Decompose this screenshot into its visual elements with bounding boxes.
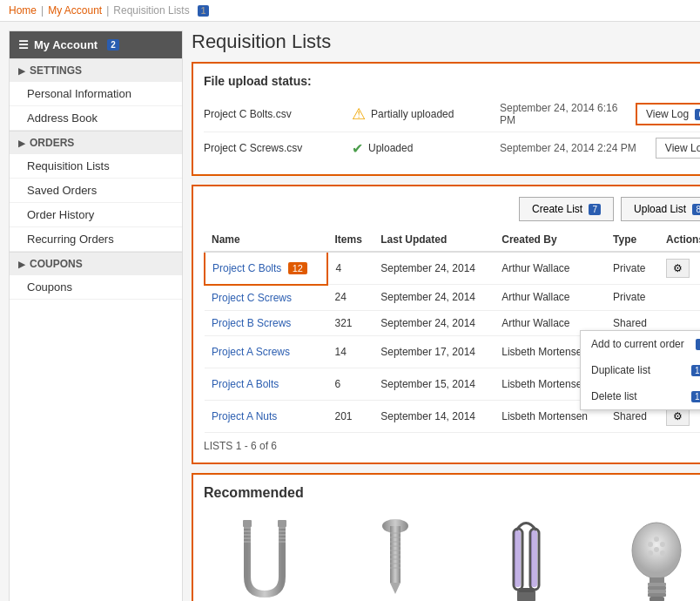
col-updated: Last Updated bbox=[374, 228, 495, 252]
product-image-tapbolt bbox=[352, 511, 439, 602]
dropdown-num-1: 9 bbox=[696, 339, 700, 350]
settings-section[interactable]: ▶ SETTINGS bbox=[10, 58, 182, 82]
dropdown-item-label-1: Add to current order bbox=[591, 338, 684, 350]
svg-marker-23 bbox=[390, 583, 400, 594]
list-updated: September 17, 2014 bbox=[374, 335, 495, 368]
dropdown-item-add-to-order[interactable]: Add to current order 9 bbox=[581, 331, 700, 357]
list-name-link-4[interactable]: Project A Screws bbox=[212, 346, 290, 358]
breadcrumb-home[interactable]: Home bbox=[9, 4, 37, 17]
orders-arrow: ▶ bbox=[18, 138, 25, 148]
breadcrumb-num: 1 bbox=[198, 5, 210, 17]
svg-rect-42 bbox=[650, 597, 664, 602]
sidebar-header: ☰ My Account 2 bbox=[10, 31, 182, 58]
svg-rect-29 bbox=[531, 530, 537, 587]
list-name-cell: Project C Bolts 12 bbox=[205, 252, 327, 285]
list-items: 6 bbox=[327, 368, 374, 400]
svg-rect-38 bbox=[648, 583, 666, 586]
dropdown-item-duplicate[interactable]: Duplicate list 10 bbox=[581, 357, 700, 383]
breadcrumb-my-account[interactable]: My Account bbox=[48, 4, 102, 17]
product-image-ledbulb bbox=[613, 511, 700, 602]
sidebar-item-recurring-orders[interactable]: Recurring Orders bbox=[10, 227, 182, 252]
svg-point-33 bbox=[660, 542, 665, 547]
upload-status-box: File upload status: 3 Project C Bolts.cs… bbox=[192, 62, 700, 176]
product-image-ubolt bbox=[221, 511, 308, 602]
sidebar-item-address-book[interactable]: Address Book bbox=[10, 106, 182, 131]
orders-label: ORDERS bbox=[30, 137, 74, 149]
sidebar-item-coupons[interactable]: Coupons bbox=[10, 275, 182, 300]
orders-section[interactable]: ▶ ORDERS bbox=[10, 131, 182, 154]
view-log-btn-2[interactable]: View Log bbox=[656, 138, 700, 159]
list-name-cell: Project C Screws bbox=[205, 285, 327, 311]
list-type: Private bbox=[606, 252, 659, 285]
list-items: 321 bbox=[327, 310, 374, 335]
products-row: Round-Bend U-Bolt $9.02 bbox=[204, 511, 700, 602]
upload-filename-1: Project C Bolts.csv bbox=[204, 108, 343, 120]
sidebar-item-requisition-lists[interactable]: Requisition Lists bbox=[10, 154, 182, 179]
list-name-link-6[interactable]: Project A Nuts bbox=[212, 410, 277, 422]
list-updated: September 24, 2014 bbox=[374, 310, 495, 335]
product-item-tapbolt: Tap-in Binding Post $14.22 bbox=[334, 511, 456, 602]
coupons-arrow: ▶ bbox=[18, 260, 25, 269]
coupons-section[interactable]: ▶ COUPONS bbox=[10, 252, 182, 275]
list-actions bbox=[659, 285, 700, 311]
product-item-ledbulb: Screw-in LED Bulb $13.65 bbox=[596, 511, 700, 602]
col-created-by: Created By bbox=[495, 228, 606, 252]
svg-rect-39 bbox=[648, 586, 666, 590]
upload-row-2: Project C Screws.csv ✔ Uploaded Septembe… bbox=[204, 132, 700, 164]
svg-point-36 bbox=[660, 550, 665, 556]
settings-arrow: ▶ bbox=[18, 66, 25, 76]
col-actions: Actions bbox=[659, 228, 700, 252]
product-item-uvbulb: Dual-tube Ultraviolet Bulb $15.77 bbox=[465, 511, 587, 602]
svg-rect-11 bbox=[278, 520, 286, 527]
dropdown-item-label-3: Delete list bbox=[591, 390, 637, 402]
dropdown-menu: Add to current order 9 Duplicate list 10… bbox=[580, 330, 700, 410]
dropdown-item-label-2: Duplicate list bbox=[591, 364, 650, 376]
breadcrumb-current: Requisition Lists bbox=[113, 4, 189, 17]
list-updated: September 14, 2014 bbox=[374, 400, 495, 432]
list-name-link-5[interactable]: Project A Bolts bbox=[212, 378, 279, 390]
list-created-by: Arthur Wallace bbox=[495, 285, 606, 311]
list-actions: ⚙ bbox=[659, 252, 700, 285]
sidebar-item-order-history[interactable]: Order History bbox=[10, 203, 182, 227]
upload-status-text-1: ⚠ Partially uploaded bbox=[352, 105, 491, 124]
create-list-num: 7 bbox=[589, 204, 601, 215]
dropdown-num-2: 10 bbox=[691, 365, 700, 376]
view-log-btn-1[interactable]: View Log 6 bbox=[636, 103, 700, 125]
svg-rect-10 bbox=[243, 520, 252, 527]
list-created-by: Arthur Wallace bbox=[495, 252, 606, 285]
sidebar-item-saved-orders[interactable]: Saved Orders bbox=[10, 179, 182, 203]
success-icon: ✔ bbox=[352, 140, 363, 157]
view-log-btn-1-num: 6 bbox=[695, 109, 700, 120]
sidebar-item-personal-information[interactable]: Personal Information bbox=[10, 82, 182, 106]
uvbulb-svg bbox=[498, 511, 555, 602]
upload-date-2: September 24, 2014 2:24 PM bbox=[500, 142, 647, 154]
list-type: Private bbox=[606, 285, 659, 311]
list-items: 201 bbox=[327, 400, 374, 432]
list-items: 24 bbox=[327, 285, 374, 311]
gear-button-1[interactable]: ⚙ bbox=[666, 259, 690, 278]
product-item-ubolt: Round-Bend U-Bolt $9.02 bbox=[204, 511, 326, 602]
dropdown-item-delete[interactable]: Delete list 11 bbox=[581, 383, 700, 409]
list-name-link-3[interactable]: Project B Screws bbox=[212, 317, 291, 329]
list-items: 4 bbox=[327, 252, 374, 285]
lists-header: Create List 7 Upload List 8 bbox=[204, 197, 700, 221]
list-updated: September 15, 2014 bbox=[374, 368, 495, 400]
svg-rect-41 bbox=[648, 593, 666, 597]
list-name-cell: Project B Screws bbox=[205, 310, 327, 335]
table-row: Project C Bolts 12 4 September 24, 2014 … bbox=[205, 252, 700, 285]
create-list-button[interactable]: Create List 7 bbox=[519, 197, 614, 221]
list-items: 14 bbox=[327, 335, 374, 368]
lists-count: LISTS 1 - 6 of 6 bbox=[204, 440, 700, 452]
upload-list-button[interactable]: Upload List 8 bbox=[621, 197, 700, 221]
sidebar-header-icon: ☰ bbox=[18, 38, 29, 51]
list-updated: September 24, 2014 bbox=[374, 252, 495, 285]
col-name: Name bbox=[205, 228, 327, 252]
svg-rect-28 bbox=[515, 530, 521, 587]
svg-point-35 bbox=[654, 547, 659, 552]
table-row: Project C Screws 24 September 24, 2014 A… bbox=[205, 285, 700, 311]
upload-list-num: 8 bbox=[692, 204, 700, 215]
list-name-link[interactable]: Project C Bolts bbox=[212, 262, 281, 274]
upload-status-title: File upload status: bbox=[204, 74, 700, 88]
upload-filename-2: Project C Screws.csv bbox=[204, 142, 343, 154]
list-name-link-2[interactable]: Project C Screws bbox=[212, 292, 292, 304]
